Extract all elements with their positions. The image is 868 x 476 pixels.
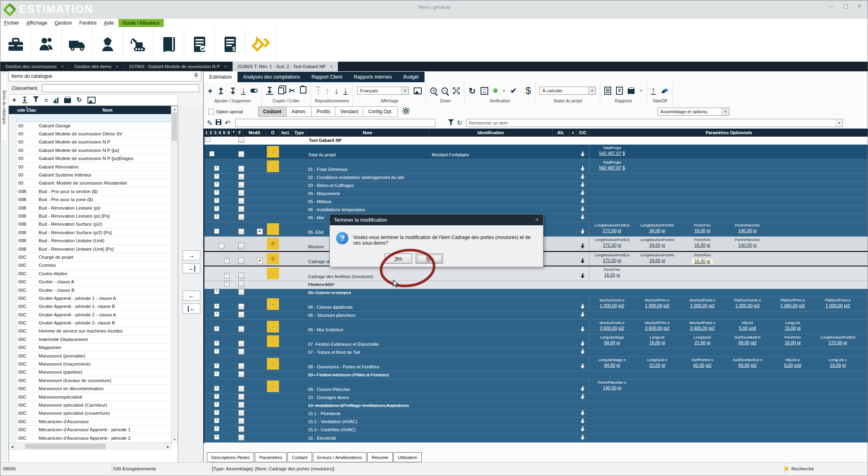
worker-icon[interactable] bbox=[92, 27, 123, 61]
catalog-row[interactable]: 00Gabarit Modele de soumission N P [ps] bbox=[9, 146, 171, 154]
cc-down-arrow-icon[interactable] bbox=[580, 326, 586, 332]
catalog-row[interactable]: 00CGrutier Apprenti - période 2 - classe… bbox=[9, 311, 171, 319]
catalog-row[interactable]: 00CManoeuvrespécialisé bbox=[9, 393, 171, 401]
param-value[interactable]: 94,00 pi bbox=[589, 340, 635, 345]
expand-icon[interactable]: + bbox=[224, 258, 229, 263]
param-value[interactable]: 1 000,00 pi2 bbox=[770, 303, 815, 308]
param-cell[interactable]: SurfOuvMurExt99,00 pi2 bbox=[725, 334, 770, 348]
print-report-icon[interactable] bbox=[628, 89, 635, 94]
row-checkbox[interactable] bbox=[238, 371, 244, 377]
move-right-button[interactable]: → bbox=[183, 250, 200, 260]
grid-row[interactable]: +16 - Électricité bbox=[204, 434, 868, 443]
expand-icon[interactable]: + bbox=[214, 371, 219, 376]
row-checkbox[interactable] bbox=[238, 273, 244, 279]
expand-icon[interactable]: + bbox=[214, 434, 219, 440]
catalog-code-header[interactable]: ▲ode Clas bbox=[17, 106, 37, 114]
chevron-down-icon[interactable]: ▼ bbox=[722, 108, 729, 115]
statut-combo[interactable]: À calculer▼ bbox=[539, 87, 596, 95]
assemblage-combo[interactable]: Assemblage et options▼ bbox=[658, 108, 729, 116]
grid-row[interactable]: +13 -Installations &Préfilage Ventilateu… bbox=[204, 402, 868, 410]
row-selector[interactable] bbox=[9, 311, 17, 318]
cc-down-arrow-icon[interactable] bbox=[580, 243, 586, 249]
expand-icon[interactable]: + bbox=[214, 206, 219, 211]
catalog-row[interactable]: 00CMécanicien d'Ascenseur Apprenti - pér… bbox=[9, 426, 171, 434]
param-cell[interactable]: PlafSurfPeint-s1 000,00 pi2 bbox=[815, 297, 860, 311]
row-selector[interactable] bbox=[9, 270, 17, 277]
param-value[interactable]: 3 600,00 pi2 bbox=[589, 326, 635, 330]
param-value[interactable]: 3 600,00 pi2 bbox=[635, 326, 680, 330]
param-cell[interactable]: LongLint-s15,00 pi bbox=[815, 357, 860, 371]
option-flag-cell[interactable]: - bbox=[267, 146, 279, 158]
scroll-left-icon[interactable]: ◀ bbox=[9, 443, 15, 450]
cc-down-arrow-icon[interactable] bbox=[580, 198, 586, 204]
detail-tab-utilisation[interactable]: Utilisation bbox=[393, 452, 422, 462]
doc-tab[interactable]: 210825 T: Rév. 1 - Scé. 2 : Test Gabarit… bbox=[233, 62, 339, 71]
catalog-row[interactable]: 00CHomme de service sur machines lourdes bbox=[9, 327, 171, 335]
detail-tab-param-tres[interactable]: Paramètres bbox=[255, 452, 287, 462]
grid-col-header-4[interactable]: 4 bbox=[218, 129, 222, 137]
catalog-row[interactable]: 00Gabarit Modele de soumission N P [ps]É… bbox=[9, 155, 171, 163]
grid-row[interactable]: +07 - Toiture et Bord de Toit bbox=[204, 349, 868, 357]
cc-down-arrow-icon[interactable] bbox=[580, 214, 586, 220]
cc-down-arrow-icon[interactable] bbox=[580, 229, 586, 235]
import-item-icon[interactable]: ↧ bbox=[22, 97, 27, 103]
row-checkbox[interactable] bbox=[238, 206, 244, 212]
detail-tab-r-sum-[interactable]: Résumé bbox=[367, 452, 393, 462]
catalog-row[interactable]: 00CManoeuvre (pipeline) bbox=[9, 368, 171, 376]
refresh-icon[interactable]: ↻ bbox=[77, 97, 82, 103]
row-selector[interactable] bbox=[9, 434, 17, 442]
param-cell[interactable]: LongMoulurePortExt272,00 pi bbox=[589, 222, 635, 236]
delete-row-icon[interactable]: ↓ bbox=[241, 87, 246, 95]
param-cell[interactable]: SurfPortInt-s42,00 pi2 bbox=[680, 357, 725, 371]
move-top-icon[interactable]: ↑ bbox=[316, 87, 321, 95]
row-selector[interactable] bbox=[9, 335, 17, 343]
expand-icon[interactable]: + bbox=[214, 386, 219, 391]
row-checkbox[interactable] bbox=[238, 326, 244, 332]
catalog-book-icon[interactable] bbox=[154, 27, 184, 61]
catalog-row[interactable]: 00BBud - Prix pour la section ($) bbox=[9, 187, 171, 195]
row-selector[interactable] bbox=[9, 360, 17, 368]
param-cell[interactable]: MurSurfJoint-s1 000,00 pi2 bbox=[589, 297, 635, 311]
grid-row[interactable]: +-06 - Mur ExtérieurMurSurfJoint-s3 600,… bbox=[204, 320, 868, 334]
param-cell[interactable]: MurSurfPeint-s3 600,00 pi2 bbox=[680, 320, 725, 334]
expand-icon[interactable]: + bbox=[224, 273, 229, 278]
param-value[interactable]: 5,00 unit bbox=[725, 326, 770, 330]
remove-classement-icon[interactable]: = bbox=[44, 97, 48, 103]
expand-icon[interactable]: + bbox=[214, 312, 219, 317]
param-cell[interactable]: LongMoulurePortInt34,00 pi bbox=[635, 252, 680, 266]
tab-rapports-internes[interactable]: Rapports Internes bbox=[348, 72, 398, 82]
language-combo[interactable]: Français▼ bbox=[357, 87, 409, 95]
param-value[interactable]: 140,00 pi bbox=[589, 385, 635, 390]
row-checkbox[interactable] bbox=[238, 363, 244, 369]
param-value[interactable]: 16,00 pi bbox=[680, 228, 725, 233]
param-value[interactable]: 3 600,00 pi2 bbox=[680, 326, 725, 330]
expand-icon[interactable]: + bbox=[214, 198, 219, 203]
pin-icon[interactable] bbox=[194, 73, 198, 79]
option-flag-cell[interactable]: - bbox=[267, 268, 279, 279]
move-down-icon[interactable]: ↓ bbox=[334, 87, 339, 95]
insert-above-icon[interactable]: ↥ bbox=[217, 87, 225, 95]
option-flag-cell[interactable]: - bbox=[267, 223, 279, 235]
row-checkbox[interactable] bbox=[238, 418, 244, 424]
insert-below-icon[interactable]: ↧ bbox=[229, 87, 237, 95]
grid-col-header-cc[interactable]: C/C bbox=[577, 129, 589, 137]
dialog-title-bar[interactable]: Terminer la modification ✕ bbox=[330, 214, 543, 225]
catalog-row[interactable]: 00Gabarit Modele de soumission N P bbox=[9, 138, 171, 146]
catalog-row[interactable]: 00CIndemnité Déplacement bbox=[9, 335, 171, 343]
catalog-hscroll-thumb[interactable] bbox=[25, 444, 106, 449]
row-selector[interactable] bbox=[9, 122, 17, 129]
row-checkbox[interactable] bbox=[238, 402, 244, 408]
grid-col-header-3[interactable]: 3 bbox=[213, 129, 218, 137]
fullscreen-icon[interactable] bbox=[453, 87, 460, 94]
grid-row[interactable]: +06 - Installations temporaires bbox=[204, 206, 868, 214]
display-image-icon[interactable] bbox=[414, 87, 422, 94]
catalog-row[interactable]: 00CMécanicien d'Ascenseur Apprenti - pér… bbox=[9, 442, 171, 443]
tab-close-icon[interactable]: ✕ bbox=[61, 64, 64, 69]
grid-col-header-type[interactable]: Type bbox=[292, 129, 306, 137]
row-checkbox[interactable] bbox=[238, 182, 244, 188]
row-checkbox[interactable] bbox=[238, 312, 244, 318]
grid-row[interactable]: +15.1 - Plomberie bbox=[204, 410, 868, 418]
chevron-down-icon[interactable]: ▼ bbox=[588, 87, 595, 94]
param-value[interactable]: 140,00 pi bbox=[725, 243, 770, 247]
grid-row[interactable]: +02 - Conditions existantes/ aménagement… bbox=[204, 174, 868, 182]
